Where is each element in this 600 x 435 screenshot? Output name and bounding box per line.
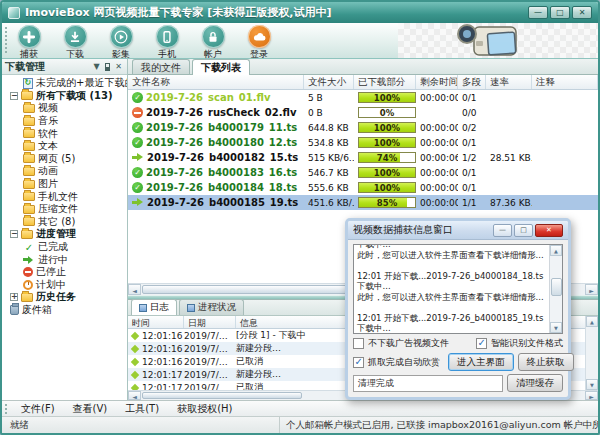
sidebar-item-音乐[interactable]: 音乐 xyxy=(2,115,127,128)
arrow-icon xyxy=(23,255,35,265)
sidebar-item-文本[interactable]: 文本 xyxy=(2,140,127,153)
table-row[interactable]: ✓2019-7-26_scan_01.flv5 B100%00:00:000/1 xyxy=(128,90,598,105)
menu-文件(F)[interactable]: 文件(F) xyxy=(12,402,64,416)
toolbar-button-影集[interactable]: 影集 xyxy=(104,25,138,61)
sidebar-item-网页 (5)[interactable]: 网页 (5) xyxy=(2,153,127,166)
time-left: 00:00:00 xyxy=(420,138,458,148)
table-row[interactable]: 2019-7-26_rusCheck_02.flv0 B0%0/0 xyxy=(128,105,598,120)
file-name: 2019-7-26_b4000182_15.ts xyxy=(147,152,298,163)
cleanup-status-field[interactable]: 清理完成 xyxy=(353,375,503,392)
file-size: 555.6 KB xyxy=(308,183,349,193)
sidebar-item-已停止[interactable]: 已停止 xyxy=(2,266,127,279)
menu-获取授权(H)[interactable]: 获取授权(H) xyxy=(168,402,241,416)
collapse-icon[interactable]: − xyxy=(10,92,18,100)
toolbar-button-手机[interactable]: 手机 xyxy=(150,25,184,61)
table-row[interactable]: ✓2019-7-26_b4000180_12.ts534.8 KB100%00:… xyxy=(128,135,598,150)
sidebar-item-进行中[interactable]: 进行中 xyxy=(2,253,127,266)
dialog-close-button[interactable]: ✕ xyxy=(535,224,563,237)
sidebar-item-已完成[interactable]: ✓已完成 xyxy=(2,241,127,254)
toolbar-gripper[interactable] xyxy=(4,26,9,55)
sidebar-item-图片[interactable]: 图片 xyxy=(2,178,127,191)
dialog-scrollbar[interactable]: ▲ ▼ xyxy=(549,245,562,333)
scroll-thumb[interactable] xyxy=(551,278,562,296)
scroll-thumb[interactable] xyxy=(142,392,302,399)
menubar-gripper[interactable] xyxy=(4,403,9,414)
table-row[interactable]: 2019-7-26_b4000185_19.ts451.6 KB/…85%00:… xyxy=(128,195,598,210)
capture-log-line xyxy=(357,302,547,313)
toolbar-button-下载[interactable]: 下载 xyxy=(58,25,92,61)
tab-download-list[interactable]: 下载列表 xyxy=(192,59,250,75)
maximize-button[interactable]: □ xyxy=(550,6,570,19)
menu-查看(V)[interactable]: 查看(V) xyxy=(64,402,117,416)
column-header-剩余时间[interactable]: 剩余时间 xyxy=(416,75,458,89)
file-size: 451.6 KB/… xyxy=(308,198,354,208)
progress-bar: 85% xyxy=(358,197,416,208)
scroll-down-icon[interactable]: ▼ xyxy=(586,379,598,390)
sidebar-item-进度管理[interactable]: −进度管理 xyxy=(2,228,127,241)
done-status-icon: ✓ xyxy=(132,92,143,103)
log-column-header-时间[interactable]: 时间 xyxy=(128,316,184,328)
checkbox-auto-view[interactable] xyxy=(353,357,364,368)
scroll-right-icon[interactable]: ► xyxy=(585,391,598,400)
pin-icon[interactable] xyxy=(105,63,110,71)
column-header-速率[interactable]: 速率 xyxy=(486,75,532,89)
log-column-header-日期[interactable]: 日期 xyxy=(184,316,236,328)
sidebar-item-废件箱[interactable]: 废件箱 xyxy=(2,304,127,317)
toolbar-button-帐户[interactable]: 帐户 xyxy=(196,25,230,61)
sidebar-item-动画[interactable]: 动画 xyxy=(2,165,127,178)
column-header-多段[interactable]: 多段 xyxy=(458,75,486,89)
scroll-right-icon[interactable]: ► xyxy=(585,284,598,295)
sidebar-item-未完成的+最近下载的[interactable]: 未完成的+最近下载的 xyxy=(2,77,127,90)
play-icon xyxy=(110,25,133,48)
menu-工具(T)[interactable]: 工具(T) xyxy=(116,402,168,416)
scroll-up-icon[interactable]: ▲ xyxy=(550,245,562,256)
scroll-thumb[interactable] xyxy=(142,285,352,294)
column-header-文件大小[interactable]: 文件大小 xyxy=(304,75,354,89)
chevron-down-icon[interactable]: ▼ xyxy=(91,62,102,71)
folder-icon xyxy=(23,154,35,163)
checkbox-no-ads[interactable] xyxy=(353,338,364,349)
progress-bar: 0% xyxy=(358,107,416,118)
title-bar[interactable]: ImovieBox 网页视频批量下载专家 [未获得正版授权,试用中] — □ ✕ xyxy=(2,2,598,23)
enter-main-button[interactable]: 进入主界面 xyxy=(448,353,514,371)
minimize-button[interactable]: — xyxy=(528,6,548,19)
toolbar-button-登录[interactable]: 登录 xyxy=(242,25,276,61)
sidebar-item-压缩文件[interactable]: 压缩文件 xyxy=(2,203,127,216)
scroll-left-icon[interactable]: ◄ xyxy=(128,284,141,295)
expand-icon[interactable]: + xyxy=(10,293,18,301)
table-row[interactable]: 2019-7-26_b4000182_15.ts515 KB/6…74%00:0… xyxy=(128,150,598,165)
log-vertical-scrollbar[interactable]: ▲ ▼ xyxy=(585,316,598,390)
sidebar-item-历史任务[interactable]: +历史任务 xyxy=(2,291,127,304)
checkbox-smart-format[interactable] xyxy=(476,338,487,349)
sidebar-item-其它 (8)[interactable]: 其它 (8) xyxy=(2,216,127,229)
column-header-已下载部分[interactable]: 已下载部分 xyxy=(354,75,416,89)
sidebar-item-视频[interactable]: 视频 xyxy=(2,102,127,115)
table-row[interactable]: ✓2019-7-26_b4000183_16.ts546.7 KB100%00:… xyxy=(128,165,598,180)
sidebar-item-手机文件[interactable]: 手机文件 xyxy=(2,190,127,203)
scroll-up-icon[interactable]: ▲ xyxy=(586,316,598,327)
dialog-maximize-button[interactable]: □ xyxy=(514,224,533,237)
sidebar-item-计划中[interactable]: 计划中 xyxy=(2,279,127,292)
close-icon[interactable]: ✕ xyxy=(113,62,124,71)
close-button[interactable]: ✕ xyxy=(572,6,592,19)
collapse-icon[interactable]: − xyxy=(10,230,18,238)
sidebar-item-所有下载项 (13)[interactable]: −所有下载项 (13) xyxy=(2,90,127,103)
folder-icon xyxy=(23,104,35,113)
table-row[interactable]: ✓2019-7-26_b4000184_18.ts555.6 KB100%00:… xyxy=(128,180,598,195)
progress-label: 100% xyxy=(359,168,415,177)
table-row[interactable]: ✓2019-7-26_b4000179_11.ts644.8 KB100%00:… xyxy=(128,120,598,135)
dialog-title-bar[interactable]: 视频数据捕获信息窗口 — □ ✕ xyxy=(348,221,568,240)
sidebar-item-软件[interactable]: 软件 xyxy=(2,127,127,140)
column-header-文件名称[interactable]: 文件名称 xyxy=(128,75,304,89)
tab-log[interactable]: 日志 xyxy=(131,299,177,315)
scroll-left-icon[interactable]: ◄ xyxy=(128,391,141,400)
tab-my-files[interactable]: 我的文件 xyxy=(132,59,190,74)
column-header-注释[interactable]: 注释 xyxy=(532,75,598,89)
toolbar-button-捕获[interactable]: 捕获 xyxy=(12,25,46,61)
scroll-down-icon[interactable]: ▼ xyxy=(550,322,562,333)
tab-process-status[interactable]: 进程状况 xyxy=(179,299,244,315)
toolbar-button-label: 帐户 xyxy=(204,48,222,61)
dialog-minimize-button[interactable]: — xyxy=(493,224,512,237)
clear-cache-button[interactable]: 清理缓存 xyxy=(507,374,563,392)
stop-capture-button[interactable]: 终止获取 xyxy=(518,353,574,371)
